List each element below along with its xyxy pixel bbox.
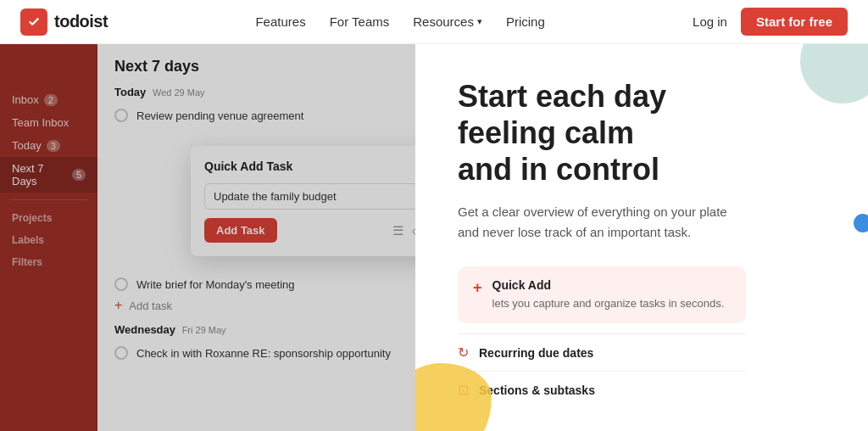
feature-row-recurring[interactable]: ↻ Recurring due dates bbox=[458, 333, 746, 371]
nav-features[interactable]: Features bbox=[255, 14, 305, 29]
deco-blue-circle bbox=[854, 214, 868, 232]
logo[interactable]: todoist bbox=[20, 8, 108, 36]
nav-actions: Log in Start for free bbox=[693, 8, 848, 36]
feature-card-quick-add: + Quick Add lets you capture and organiz… bbox=[458, 266, 746, 324]
logo-icon bbox=[20, 8, 47, 36]
nav-resources[interactable]: Resources ▾ bbox=[413, 14, 482, 29]
modal-overlay-dim bbox=[0, 44, 415, 431]
recurring-icon: ↻ bbox=[458, 344, 469, 361]
app-area: 🔍 Quick find 🔥 10786 🔔 ⚙ Inbox 2 T bbox=[0, 44, 868, 431]
nav-pricing[interactable]: Pricing bbox=[506, 14, 545, 29]
plus-icon: + bbox=[473, 279, 482, 297]
hero-subtitle: Get a clear overview of everything on yo… bbox=[458, 202, 746, 243]
nav-links: Features For Teams Resources ▾ Pricing bbox=[255, 14, 544, 29]
feature-row-title: Sections & subtasks bbox=[479, 383, 595, 397]
app-mockup: 🔍 Quick find 🔥 10786 🔔 ⚙ Inbox 2 T bbox=[0, 44, 415, 431]
start-free-button[interactable]: Start for free bbox=[741, 8, 848, 36]
feature-card-title: Quick Add bbox=[492, 278, 725, 292]
feature-row-sections[interactable]: ⊡ Sections & subtasks bbox=[458, 371, 746, 408]
feature-row-title: Recurring due dates bbox=[479, 346, 593, 360]
login-link[interactable]: Log in bbox=[693, 14, 727, 29]
nav-for-teams[interactable]: For Teams bbox=[330, 14, 390, 29]
hero-title: Start each day feeling calm and in contr… bbox=[458, 78, 780, 188]
chevron-down-icon: ▾ bbox=[477, 16, 482, 27]
marketing-panel: Start each day feeling calm and in contr… bbox=[415, 44, 868, 431]
feature-card-description: lets you capture and organize tasks in s… bbox=[492, 295, 725, 312]
top-navigation: todoist Features For Teams Resources ▾ P… bbox=[0, 0, 868, 44]
deco-teal-circle bbox=[800, 44, 868, 104]
brand-name: todoist bbox=[54, 12, 108, 31]
feature-card-content: Quick Add lets you capture and organize … bbox=[492, 278, 725, 312]
